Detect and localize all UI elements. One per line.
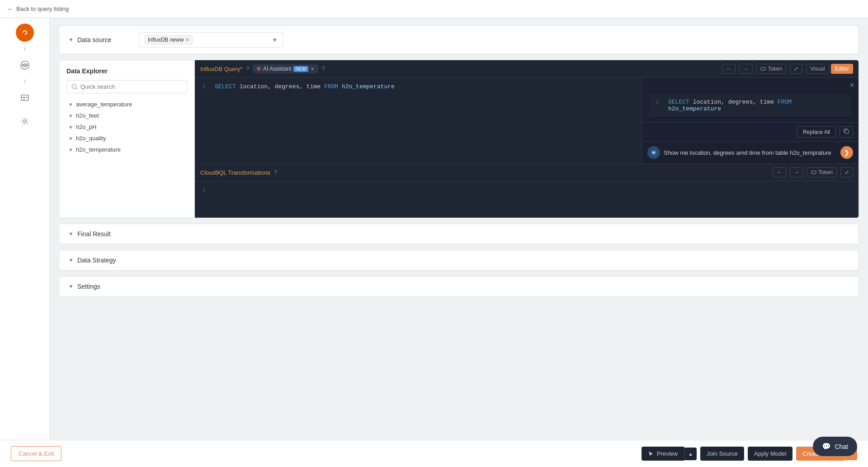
data-source-section: ▼ Data source InfluxDB neww ✕ ▼ xyxy=(59,25,859,54)
replace-all-btn[interactable]: Replace All xyxy=(797,126,836,138)
tree-item-h2o-feet[interactable]: ▼ h2o_feet xyxy=(66,110,187,121)
visual-btn[interactable]: Visual xyxy=(806,64,829,74)
search-icon xyxy=(71,84,78,90)
cloud9-toolbar: Cloud9QL Transformations ? ← → Token ⤢ xyxy=(195,164,859,181)
cloud9-redo-btn[interactable]: → xyxy=(790,167,803,177)
data-strategy-chevron: ▼ xyxy=(68,257,74,263)
code-area[interactable]: 1 SELECT location, degrees, time FROM h2… xyxy=(195,78,642,163)
settings-chevron: ▼ xyxy=(68,283,74,290)
data-strategy-header[interactable]: ▼ Data Strategy xyxy=(59,250,859,270)
data-strategy-section: ▼ Data Strategy xyxy=(59,250,859,271)
back-link[interactable]: ← Back to query listing xyxy=(7,5,69,13)
cloud9-label: Cloud9QL Transformations xyxy=(200,169,270,176)
svg-rect-13 xyxy=(811,171,816,174)
cloud9-help-icon[interactable]: ? xyxy=(274,169,277,176)
connector-2 xyxy=(24,80,25,83)
join-source-btn[interactable]: Join Source xyxy=(700,447,744,461)
explorer-left: Data Explorer ▼ average_temperature xyxy=(59,60,195,218)
cloud9-token-icon xyxy=(811,170,816,175)
tree-item-h2o-ph[interactable]: ▼ h2o_pH xyxy=(66,121,187,133)
cancel-exit-btn[interactable]: Cancel & Exit xyxy=(11,446,61,461)
redo-btn[interactable]: → xyxy=(739,64,753,74)
sidebar-settings-btn[interactable] xyxy=(16,112,34,130)
data-source-text: Data source xyxy=(77,36,111,43)
editor-right: InfluxDB Query* ? ⚙ AI Assistant NEW ▼ ?… xyxy=(195,60,859,218)
search-input[interactable] xyxy=(80,83,182,90)
final-result-chevron: ▼ xyxy=(68,231,74,237)
back-label: Back to query listing xyxy=(16,5,69,12)
svg-point-8 xyxy=(72,84,76,88)
data-source-row: ▼ Data source InfluxDB neww ✕ ▼ xyxy=(68,32,849,48)
svg-point-3 xyxy=(24,64,26,67)
select-chevron-icon: ▼ xyxy=(272,37,278,43)
cloud9-section: Cloud9QL Transformations ? ← → Token ⤢ xyxy=(195,163,859,218)
editor-btn[interactable]: Editor xyxy=(831,64,853,74)
settings-title: Settings xyxy=(77,283,100,290)
preview-dropdown-btn[interactable]: ▲ xyxy=(684,448,697,460)
settings-header[interactable]: ▼ Settings xyxy=(59,276,859,296)
cloud9-area[interactable]: 1 xyxy=(195,181,859,218)
chat-label: Chat xyxy=(835,443,848,450)
data-strategy-title: Data Strategy xyxy=(77,257,116,264)
sidebar-eye-btn[interactable] xyxy=(16,56,34,74)
sidebar-table-btn[interactable] xyxy=(16,89,34,107)
tree-item-average-temperature[interactable]: ▼ average_temperature xyxy=(66,99,187,110)
cloud9-token-btn[interactable]: Token xyxy=(807,167,837,177)
chat-icon: 💬 xyxy=(822,442,831,451)
ai-avatar-icon xyxy=(647,146,660,159)
svg-point-1 xyxy=(24,32,26,33)
tree-chevron-icon: ▼ xyxy=(68,102,73,107)
copy-btn[interactable] xyxy=(840,126,853,138)
apply-model-btn[interactable]: Apply Model xyxy=(748,447,793,461)
editor-toolbar: InfluxDB Query* ? ⚙ AI Assistant NEW ▼ ?… xyxy=(195,60,859,78)
cloud9-undo-btn[interactable]: ← xyxy=(773,167,786,177)
ai-actions: Replace All xyxy=(642,122,859,141)
settings-section: ▼ Settings xyxy=(59,276,859,297)
editor-main: 1 SELECT location, degrees, time FROM h2… xyxy=(195,78,859,163)
ai-send-btn[interactable]: ❯ xyxy=(840,146,853,159)
ai-chevron-icon: ▼ xyxy=(310,67,315,71)
svg-rect-4 xyxy=(21,95,28,100)
collapse-chevron[interactable]: ▼ xyxy=(68,37,74,43)
cloud9-expand-btn[interactable]: ⤢ xyxy=(840,167,853,177)
main-layout: ▼ Data source InfluxDB neww ✕ ▼ Data Exp… xyxy=(0,18,868,440)
final-result-section: ▼ Final Result xyxy=(59,224,859,244)
explorer-content: Data Explorer ▼ average_temperature xyxy=(59,60,859,218)
ai-code-line: 1 SELECT location, degrees, time FROM h2… xyxy=(656,99,845,112)
final-result-header[interactable]: ▼ Final Result xyxy=(59,224,859,244)
data-source-select[interactable]: InfluxDB neww ✕ ▼ xyxy=(139,32,283,48)
tree-chevron-icon: ▼ xyxy=(68,113,73,119)
copy-icon xyxy=(844,129,849,134)
top-bar: ← Back to query listing xyxy=(0,0,868,18)
token-btn[interactable]: Token xyxy=(756,64,786,74)
tree-item-h2o-quality[interactable]: ▼ h2o_quality xyxy=(66,133,187,144)
tree-item-h2o-temperature[interactable]: ▼ h2o_temperature xyxy=(66,144,187,155)
chat-btn[interactable]: 💬 Chat xyxy=(813,437,857,456)
help-circle-icon[interactable]: ? xyxy=(322,66,325,72)
search-box[interactable] xyxy=(66,80,187,93)
preview-btn[interactable]: Preview xyxy=(642,447,684,461)
ai-assistant-badge[interactable]: ⚙ AI Assistant NEW ▼ xyxy=(253,64,318,73)
svg-rect-11 xyxy=(845,130,849,133)
ai-suggestion: 1 SELECT location, degrees, time FROM h2… xyxy=(642,78,859,122)
ai-panel-close-btn[interactable]: ✕ xyxy=(849,81,855,89)
svg-rect-10 xyxy=(761,67,765,70)
data-explorer-title: Data Explorer xyxy=(66,67,187,75)
selected-tag: InfluxDB neww ✕ xyxy=(145,35,193,44)
token-icon xyxy=(760,66,766,71)
query-help-icon[interactable]: ? xyxy=(246,66,249,72)
code-line-1: 1 SELECT location, degrees, time FROM h2… xyxy=(202,83,634,90)
preview-cursor-icon xyxy=(648,451,654,457)
undo-btn[interactable]: ← xyxy=(722,64,736,74)
tag-close-icon[interactable]: ✕ xyxy=(185,37,189,43)
ai-assistant-label: AI Assistant xyxy=(263,66,292,72)
connector-1 xyxy=(24,47,25,51)
ai-text-input[interactable] xyxy=(664,149,837,156)
expand-btn[interactable]: ⤢ xyxy=(790,64,802,74)
sidebar-logo-btn[interactable] xyxy=(16,24,34,42)
sidebar-icons xyxy=(0,18,50,440)
ai-panel: ✕ 1 SELECT location, degrees, time FROM xyxy=(642,78,859,163)
bottom-bar: Cancel & Exit Preview ▲ Join Source Appl… xyxy=(0,440,868,467)
back-arrow-icon: ← xyxy=(7,5,14,13)
final-result-title: Final Result xyxy=(77,230,111,238)
